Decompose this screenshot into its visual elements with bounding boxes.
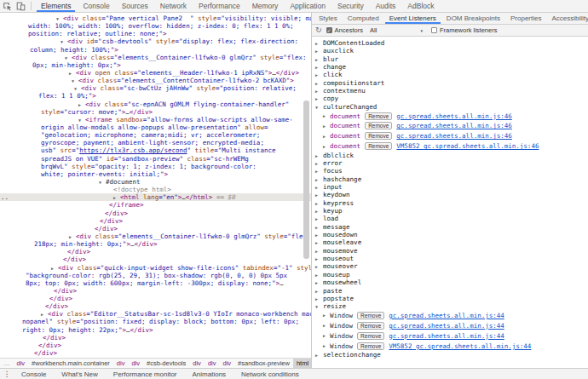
dom-tree-row[interactable]: white; pointer-events: initial;"> (0, 170, 311, 178)
event-listener-row[interactable]: ▶message (312, 223, 588, 231)
event-listener-row[interactable]: ▶DOMContentLoaded (312, 39, 588, 47)
event-listener-row[interactable]: ▶contextmenu (312, 87, 588, 95)
dom-tree-row[interactable]: ▶<div class="elements__Container-l1fwko-… (0, 233, 311, 240)
remove-listener-button[interactable]: Remove (357, 312, 384, 319)
event-listener-row[interactable]: ▶copy (312, 95, 588, 102)
sidebar-tab-dom-breakpoints[interactable]: DOM Breakpoints (441, 13, 505, 24)
dom-tree-row[interactable]: ▶<div class="sc-epnACN gOMLM flying-cont… (0, 100, 311, 108)
breadcrumb-item[interactable]: div (205, 359, 220, 368)
dom-tree[interactable]: ▼<div class="Pane vertical Pane2 " style… (0, 13, 311, 358)
event-listener-row[interactable]: ▶paste (312, 287, 588, 295)
dom-tree-row[interactable]: "geolocation; microphone; camera;midi; v… (0, 131, 311, 139)
event-listener-row[interactable]: ▶input (312, 183, 588, 191)
dom-tree-row[interactable]: ▼<div id="csb-devtools" style="display: … (0, 37, 311, 45)
remove-listener-button[interactable]: Remove (357, 342, 384, 350)
remove-listener-button[interactable]: Remove (357, 322, 384, 330)
breadcrumb-item[interactable]: div (128, 359, 143, 368)
dom-tree-row[interactable]: ▼<div class="elements__Container-l1fwko-… (0, 54, 311, 61)
dom-tree-row[interactable]: </div> (0, 295, 311, 302)
event-listener-row[interactable]: ▶change (312, 63, 588, 71)
event-listener-row[interactable]: ▶keypress (312, 199, 588, 207)
dom-tree-row[interactable]: ▶<div class="quick-input-widget show-fil… (0, 264, 311, 272)
tab-audits[interactable]: Audits (370, 0, 402, 12)
breadcrumb-item[interactable]: … (0, 359, 14, 368)
remove-listener-button[interactable]: Remove (365, 122, 392, 129)
dom-tree-row[interactable]: usb" src="https://tlx3r.csb.app/second" … (0, 146, 311, 154)
event-listener-row[interactable]: ▶hashchange (312, 175, 588, 183)
dom-tree-row[interactable]: gyroscope; payment; ambient-light-sensor… (0, 139, 311, 146)
breadcrumb-item[interactable]: div (189, 359, 205, 368)
dom-tree-row[interactable]: nopanel" style="position: fixed; display… (0, 318, 311, 325)
event-listener-row[interactable]: ▶error (312, 159, 588, 167)
sidebar-tab-computed[interactable]: Computed (343, 13, 384, 24)
dom-tree-row[interactable]: ▶<div class="Editor__StatusBar-sc-1sd8lv… (0, 310, 311, 318)
tab-console[interactable]: Console (77, 0, 115, 12)
source-link[interactable]: gc.spread.sheets.all.min.js:44 (389, 332, 504, 340)
dom-tree-row[interactable]: right: 0px; height: 22px;">…</div> (0, 326, 311, 334)
dom-tree-row[interactable]: spreadJS on VUE" id="sandbox-preview" cl… (0, 155, 311, 163)
event-listener-row[interactable]: ▶load (312, 215, 588, 222)
elements-vertical-scrollbar[interactable] (303, 100, 309, 259)
dom-tree-row[interactable]: 218px; min-height: 0px;">…</div> (0, 240, 311, 248)
dom-tree-row[interactable]: flex: 1 1 0%;"> (0, 92, 311, 100)
event-listener-row[interactable]: ▶dblclick (312, 152, 588, 159)
dom-tree-row[interactable]: <!doctype html> (0, 186, 311, 193)
event-listener-row[interactable]: ▶mouseover (312, 262, 588, 270)
dom-tree-row[interactable]: column; height: 100%;"> (0, 46, 311, 54)
dom-tree-row[interactable]: ▼<iframe sandbox="allow-forms allow-scri… (0, 116, 311, 123)
dom-tree-row[interactable]: </div> (0, 217, 311, 225)
breadcrumb-item[interactable]: #sandbox-preview (234, 359, 293, 368)
sidebar-tab-properties[interactable]: Properties (505, 13, 546, 24)
kebab-menu-icon[interactable]: ⋮ (0, 370, 14, 379)
event-listener-row[interactable]: ▶blur (312, 55, 588, 63)
source-link[interactable]: VM5852 gc.spread.sheets.all.min.js:46 (396, 142, 539, 150)
remove-listener-button[interactable]: Remove (365, 112, 392, 120)
attribute-link[interactable]: https://tlx3r.csb.app/second (79, 146, 187, 154)
event-listener-row[interactable]: ▶mousemove (312, 247, 588, 255)
dom-tree-row[interactable]: ▶<div open class="elements__Header-l1fwk… (0, 69, 311, 77)
event-listener-row[interactable]: ▼cultureChanged (312, 103, 588, 111)
expand-arrow-icon[interactable]: ▶ (323, 343, 326, 348)
dom-tree-row[interactable]: "background-color: rgb(25, 29, 31); box-… (0, 272, 311, 279)
breadcrumb-item[interactable]: div (113, 359, 129, 368)
dom-tree-row[interactable]: </div> (0, 248, 311, 256)
tab-network[interactable]: Network (154, 0, 193, 12)
dom-tree-row[interactable]: </div> (0, 225, 311, 233)
source-link[interactable]: gc.spread.sheets.all.min.js:46 (396, 112, 511, 120)
dom-tree-row[interactable]: 8px; top: 0px; width: 600px; margin-left… (0, 279, 311, 287)
dom-tree-row[interactable]: width: 100%; width: 100%; overflow: hidd… (0, 22, 311, 30)
source-link[interactable]: gc.spread.sheets.all.min.js:46 (396, 122, 511, 129)
source-link[interactable]: gc.spread.sheets.all.min.js:44 (389, 312, 504, 319)
event-handler-row[interactable]: ▶WindowRemovegc.spread.sheets.all.min.js… (312, 320, 588, 330)
event-listener-row[interactable]: ▼resize (312, 302, 588, 310)
dom-tree-row[interactable]: </div> (0, 334, 311, 342)
dom-tree-row[interactable]: position: relative; outline: none;"> (0, 30, 311, 37)
event-listener-row[interactable]: ▶keyup (312, 207, 588, 215)
event-listener-row[interactable]: ▶compositionstart (312, 79, 588, 87)
expand-arrow-icon[interactable]: ▶ (323, 123, 326, 129)
drawer-tab-animations[interactable]: Animations (185, 370, 234, 378)
event-listener-row[interactable]: ▶mousedown (312, 231, 588, 238)
dom-tree-row[interactable]: ▼<div class="elements__ContentContainer-… (0, 77, 311, 84)
dom-tree-row[interactable]: brqWvL" style="opacity: 1; z-index: 1; b… (0, 163, 311, 170)
expand-arrow-icon[interactable]: ▶ (323, 144, 326, 149)
drawer-tab-performance-monitor[interactable]: Performance monitor (106, 370, 185, 378)
event-listener-row[interactable]: ▶keydown (312, 191, 588, 198)
expand-arrow-icon[interactable]: ▶ (323, 134, 326, 139)
dom-tree-row[interactable]: ▼<div class="Pane vertical Pane2 " style… (0, 14, 311, 22)
drawer-tab-what-s-new[interactable]: What's New (54, 370, 105, 378)
dom-tree-row[interactable]: </div> (0, 256, 311, 263)
event-listener-row[interactable]: ▶click (312, 71, 588, 78)
tab-performance[interactable]: Performance (193, 0, 246, 12)
source-link[interactable]: gc.spread.sheets.all.min.js:46 (396, 132, 511, 140)
ancestors-checkbox[interactable]: ✓ (326, 27, 332, 33)
tab-sources[interactable]: Sources (116, 0, 154, 12)
breadcrumb-item-selected[interactable]: html (293, 359, 311, 368)
event-handler-row[interactable]: ▶documentRemovegc.spread.sheets.all.min.… (312, 121, 588, 131)
event-listener-row[interactable]: ▶mouseout (312, 255, 588, 262)
breadcrumb-item[interactable]: div (14, 359, 29, 368)
sidebar-tab-event-listeners[interactable]: Event Listeners (384, 13, 441, 24)
expand-arrow-icon[interactable]: ▶ (323, 113, 326, 118)
source-link[interactable]: VM5852 gc.spread.sheets.all.min.js:44 (389, 342, 531, 350)
event-listener-row[interactable]: ▶mouseup (312, 271, 588, 279)
